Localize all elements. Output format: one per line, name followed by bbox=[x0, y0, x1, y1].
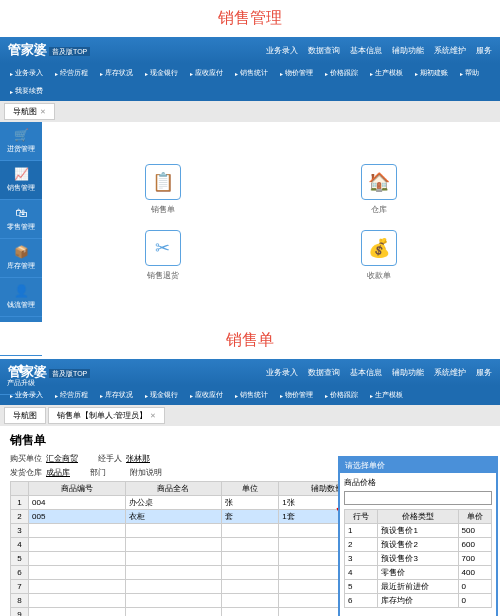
ribbon-item[interactable]: 物价管理 bbox=[276, 388, 317, 402]
field-buyer[interactable]: 购买单位汇金商贸 bbox=[10, 453, 78, 464]
ribbon-item[interactable]: 物价管理 bbox=[276, 66, 317, 80]
menu-item[interactable]: 辅助功能 bbox=[392, 367, 424, 378]
ribbon-item[interactable]: 销售统计 bbox=[231, 66, 272, 80]
tab[interactable]: 销售单【制单人:管理员】✕ bbox=[48, 407, 165, 424]
ribbon-item[interactable]: 现金银行 bbox=[141, 66, 182, 80]
popup-grid[interactable]: 行号价格类型单价1预设售价15002预设售价26003预设售价37004零售价4… bbox=[344, 509, 492, 608]
menu-item[interactable]: 服务 bbox=[476, 367, 492, 378]
ribbon-item[interactable]: 现金银行 bbox=[141, 388, 182, 402]
ribbon-item[interactable]: 业务录入 bbox=[6, 388, 47, 402]
section-title-1: 销售管理 bbox=[0, 0, 500, 37]
ribbon-item[interactable]: 销售统计 bbox=[231, 388, 272, 402]
ribbon-item[interactable]: 经营历程 bbox=[51, 388, 92, 402]
popup-title: 请选择单价 bbox=[340, 458, 496, 473]
nav-card[interactable]: ✂销售退货 bbox=[62, 230, 264, 281]
form-title: 销售单 bbox=[10, 432, 490, 449]
col-header[interactable] bbox=[11, 482, 29, 496]
tab[interactable]: 导航图✕ bbox=[4, 103, 55, 120]
col-header[interactable]: 价格类型 bbox=[378, 510, 458, 524]
card-icon: 📋 bbox=[145, 164, 181, 200]
ribbon-item[interactable]: 经营历程 bbox=[51, 66, 92, 80]
menu-item[interactable]: 基本信息 bbox=[350, 367, 382, 378]
ribbon-item[interactable]: 期初建账 bbox=[411, 66, 452, 80]
ribbon: 业务录入经营历程库存状况现金银行应收应付销售统计物价管理价格跟踪生产模板期初建账… bbox=[0, 63, 500, 101]
menu-item[interactable]: 数据查询 bbox=[308, 45, 340, 56]
close-icon[interactable]: ✕ bbox=[150, 412, 156, 420]
table-row[interactable]: 5最近折前进价0 bbox=[345, 580, 492, 594]
sidebar-icon: 🛍 bbox=[2, 206, 40, 220]
menu-item[interactable]: 系统维护 bbox=[434, 367, 466, 378]
table-row[interactable]: 4零售价400 bbox=[345, 566, 492, 580]
col-header[interactable]: 单位 bbox=[222, 482, 279, 496]
sidebar-item[interactable]: 👤钱流管理 bbox=[0, 278, 42, 317]
header: 管家婆普及版TOP 业务录入数据查询基本信息辅助功能系统维护服务 bbox=[0, 359, 500, 385]
menu-item[interactable]: 系统维护 bbox=[434, 45, 466, 56]
form-area: 销售单 购买单位汇金商贸 经手人张林那 发货仓库成品库 部门 附加说明 商品编号… bbox=[0, 426, 500, 616]
ribbon-item[interactable]: 价格跟踪 bbox=[321, 388, 362, 402]
ribbon-item[interactable]: 帮助 bbox=[456, 66, 483, 80]
main: 🛒进货管理📈销售管理🛍零售管理📦库存管理👤钱流管理⚙系统维护⬆产品升级 📋销售单… bbox=[0, 122, 500, 322]
table-row[interactable]: 3预设售价3700 bbox=[345, 552, 492, 566]
menu-item[interactable]: 业务录入 bbox=[266, 367, 298, 378]
nav-card[interactable]: 📋销售单 bbox=[62, 164, 264, 215]
nav-card[interactable]: 🏠仓库 bbox=[279, 164, 481, 215]
sidebar-icon: 📦 bbox=[2, 245, 40, 259]
card-grid: 📋销售单🏠仓库✂销售退货💰收款单 bbox=[42, 122, 500, 322]
price-popup: 请选择单价 商品价格 行号价格类型单价1预设售价15002预设售价26003预设… bbox=[338, 456, 498, 616]
menu-item[interactable]: 服务 bbox=[476, 45, 492, 56]
sidebar-icon: ⚙ bbox=[2, 323, 40, 337]
nav-card[interactable]: 💰收款单 bbox=[279, 230, 481, 281]
sidebar-item[interactable]: 🛒进货管理 bbox=[0, 122, 42, 161]
field-handler[interactable]: 经手人张林那 bbox=[98, 453, 150, 464]
popup-label: 商品价格 bbox=[344, 477, 492, 488]
sidebar-icon: 👤 bbox=[2, 284, 40, 298]
ribbon-item[interactable]: 生产模板 bbox=[366, 388, 407, 402]
tab[interactable]: 导航图 bbox=[4, 407, 46, 424]
col-header[interactable]: 单价 bbox=[458, 510, 491, 524]
app-1: 管家婆普及版TOP 业务录入数据查询基本信息辅助功能系统维护服务 业务录入经营历… bbox=[0, 37, 500, 322]
logo: 管家婆普及版TOP bbox=[8, 41, 90, 59]
sidebar-icon: 🛒 bbox=[2, 128, 40, 142]
table-row[interactable]: 2预设售价2600 bbox=[345, 538, 492, 552]
col-header[interactable]: 商品编号 bbox=[29, 482, 126, 496]
logo: 管家婆普及版TOP bbox=[8, 363, 90, 381]
field-warehouse[interactable]: 发货仓库成品库 bbox=[10, 467, 70, 478]
menu-item[interactable]: 基本信息 bbox=[350, 45, 382, 56]
field-dept[interactable]: 部门 bbox=[90, 467, 110, 478]
col-header[interactable]: 商品全名 bbox=[125, 482, 222, 496]
menu-item[interactable]: 数据查询 bbox=[308, 367, 340, 378]
col-header[interactable]: 行号 bbox=[345, 510, 378, 524]
menu-item[interactable]: 业务录入 bbox=[266, 45, 298, 56]
sidebar-item[interactable]: 📦库存管理 bbox=[0, 239, 42, 278]
ribbon-item[interactable]: 应收应付 bbox=[186, 66, 227, 80]
sidebar-item[interactable]: ⚙系统维护 bbox=[0, 317, 42, 356]
app-2: 管家婆普及版TOP 业务录入数据查询基本信息辅助功能系统维护服务 业务录入经营历… bbox=[0, 359, 500, 616]
tab-bar: 导航图✕ bbox=[0, 101, 500, 122]
sidebar-item[interactable]: 📈销售管理 bbox=[0, 161, 42, 200]
table-row[interactable]: 6库存均价0 bbox=[345, 594, 492, 608]
header: 管家婆普及版TOP 业务录入数据查询基本信息辅助功能系统维护服务 bbox=[0, 37, 500, 63]
menu-item[interactable]: 辅助功能 bbox=[392, 45, 424, 56]
card-icon: 💰 bbox=[361, 230, 397, 266]
ribbon-item[interactable]: 应收应付 bbox=[186, 388, 227, 402]
ribbon-item[interactable]: 生产模板 bbox=[366, 66, 407, 80]
close-icon[interactable]: ✕ bbox=[40, 108, 46, 116]
popup-input[interactable] bbox=[344, 491, 492, 505]
field-note[interactable]: 附加说明 bbox=[130, 467, 166, 478]
top-menu: 业务录入数据查询基本信息辅助功能系统维护服务 bbox=[266, 367, 492, 378]
ribbon: 业务录入经营历程库存状况现金银行应收应付销售统计物价管理价格跟踪生产模板 bbox=[0, 385, 500, 405]
sidebar: 🛒进货管理📈销售管理🛍零售管理📦库存管理👤钱流管理⚙系统维护⬆产品升级 bbox=[0, 122, 42, 322]
sidebar-icon: 📈 bbox=[2, 167, 40, 181]
ribbon-item[interactable]: 业务录入 bbox=[6, 66, 47, 80]
ribbon-item[interactable]: 价格跟踪 bbox=[321, 66, 362, 80]
section-title-2: 销售单 bbox=[0, 322, 500, 359]
ribbon-item[interactable]: 我要续费 bbox=[6, 84, 47, 98]
top-menu: 业务录入数据查询基本信息辅助功能系统维护服务 bbox=[266, 45, 492, 56]
tab-bar: 导航图销售单【制单人:管理员】✕ bbox=[0, 405, 500, 426]
sidebar-item[interactable]: 🛍零售管理 bbox=[0, 200, 42, 239]
ribbon-item[interactable]: 库存状况 bbox=[96, 388, 137, 402]
table-row[interactable]: 1预设售价1500 bbox=[345, 524, 492, 538]
ribbon-item[interactable]: 库存状况 bbox=[96, 66, 137, 80]
card-icon: ✂ bbox=[145, 230, 181, 266]
card-icon: 🏠 bbox=[361, 164, 397, 200]
